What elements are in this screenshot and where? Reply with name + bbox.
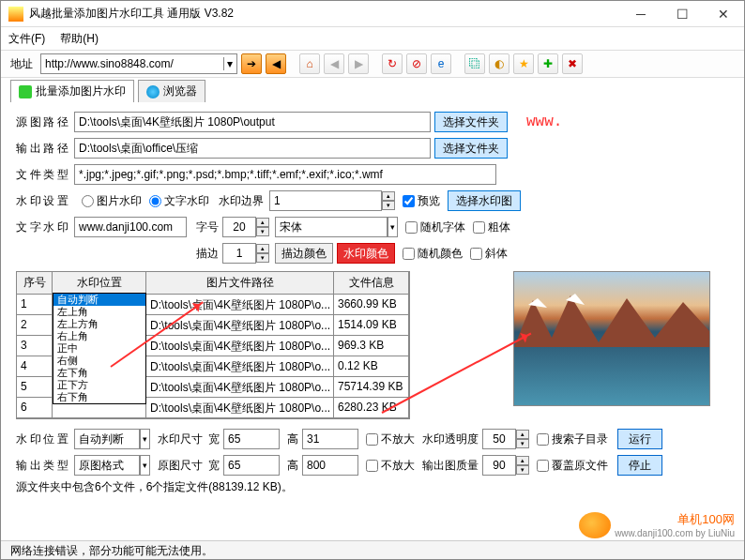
dropdown-option[interactable]: 左上角 [53,306,145,318]
stop-button[interactable]: 停止 [617,455,662,476]
search-subdir-checkbox[interactable] [537,433,549,446]
preview-mountains [514,291,710,347]
wm-height-input[interactable] [302,429,358,449]
minimize-button[interactable]: ─ [620,1,661,27]
no-enlarge-wm-checkbox[interactable] [366,433,378,446]
menubar: 文件(F) 帮助(H) [1,27,744,50]
random-font-checkbox[interactable] [405,221,418,234]
italic-checkbox[interactable] [470,248,482,260]
out-type-select[interactable] [74,455,140,476]
quality-input[interactable] [482,455,516,476]
cell-path: D:\tools\桌面\4K壁纸图片 1080P\o... [146,377,334,398]
dropdown-option[interactable]: 自动判断 [53,294,145,306]
src-path-label: 源图路径 [16,114,68,130]
quality-spinner[interactable]: ▴▾ [516,456,529,475]
maximize-button[interactable]: ☐ [661,1,703,27]
star-icon[interactable]: ★ [513,53,534,74]
orig-height-input[interactable] [302,455,358,476]
fontsize-spinner[interactable]: ▴▾ [256,218,269,236]
th-path: 图片文件路径 [146,272,334,295]
cell-idx: 6 [17,398,53,418]
address-input[interactable] [45,57,220,70]
address-dropdown-icon[interactable]: ▾ [223,57,233,70]
opacity-input[interactable] [482,429,516,449]
select-wm-img-button[interactable]: 选择水印图 [448,190,521,211]
brand-watermark: 单机100网 www.danji100.com by LiuNiu [579,511,735,538]
pic-wm-radio[interactable] [82,195,94,207]
text-wm-radio[interactable] [149,195,161,207]
stroke-spinner[interactable]: ▴▾ [256,244,269,263]
stop-icon[interactable]: ⊘ [406,53,427,74]
globe-icon [146,85,160,98]
tab-bar: 批量添加图片水印 浏览器 [1,78,744,104]
overwrite-checkbox[interactable] [537,460,549,472]
close-button[interactable]: ✕ [703,1,744,27]
font-select[interactable] [275,217,388,237]
dropdown-option[interactable]: 右下角 [53,391,145,403]
tab-browser[interactable]: 浏览器 [138,80,205,102]
border-spinner[interactable]: ▴▾ [382,191,395,210]
address-input-wrap[interactable]: ▾ [40,53,237,74]
home-icon[interactable]: ⌂ [299,53,320,74]
cell-info: 6280.23 KB [334,398,409,418]
position-dropdown[interactable]: 自动判断左上角左上方角右上角正中右侧左下角正下方右下角 [53,293,146,404]
dropdown-option[interactable]: 左上方角 [53,318,145,330]
wm-text-input[interactable] [74,217,187,237]
forward-icon[interactable]: ▶ [348,53,369,74]
dropdown-option[interactable]: 左下角 [53,367,145,379]
svg-marker-0 [514,295,710,347]
text-wm-label: 文字水印 [16,219,68,235]
titlebar: 风越批量添加图片水印工具 通用版 V3.82 ─ ☐ ✕ [1,1,744,27]
no-enlarge-orig-checkbox[interactable] [366,460,378,472]
font-dropdown-icon[interactable]: ▾ [388,217,398,237]
back-icon[interactable]: ◀ [324,53,344,74]
orig-width-input[interactable] [223,455,280,476]
wm-pos-label: 水印位置 [16,431,68,447]
random-color-checkbox[interactable] [403,248,415,260]
window-title: 风越批量添加图片水印工具 通用版 V3.82 [29,6,620,22]
th-position: 水印位置 [53,272,146,295]
ie-icon[interactable]: e [431,53,451,74]
file-table: 序号 水印位置 图片文件路径 文件信息 1 自动判断▾ D:\tools\桌面\… [16,271,410,419]
copy-icon[interactable]: ⿻ [464,53,485,74]
opacity-spinner[interactable]: ▴▾ [516,430,529,448]
out-path-input[interactable] [74,138,431,159]
filetype-input[interactable] [74,164,496,185]
dropdown-option[interactable]: 右侧 [53,355,145,367]
wm-width-input[interactable] [223,429,280,449]
wm-pos-select[interactable] [74,429,140,449]
stroke-color-button[interactable]: 描边颜色 [275,243,333,264]
cell-idx: 4 [17,356,53,377]
dropdown-option[interactable]: 正下方 [53,379,145,391]
cell-info: 969.3 KB [334,336,409,356]
del-fav-icon[interactable]: ✖ [562,53,583,74]
tab-watermark[interactable]: 批量添加图片水印 [10,80,134,102]
run-button[interactable]: 运行 [617,429,662,449]
src-path-input[interactable] [74,112,431,132]
go-icon[interactable]: ➔ [241,53,262,74]
select-out-folder-button[interactable]: 选择文件夹 [434,138,508,159]
summary-text: 源文件夹中包含6个文件，6个指定文件(88139.12 KB)。 [16,479,729,495]
brand-icon [579,512,611,538]
out-type-drop-icon[interactable]: ▾ [140,455,150,476]
wm-pos-drop-icon[interactable]: ▾ [140,429,150,449]
out-path-label: 输出路径 [16,141,68,157]
stroke-label: 描边 [196,246,219,262]
filetype-label: 文件类型 [16,167,68,183]
menu-help[interactable]: 帮助(H) [60,31,99,47]
wm-border-input[interactable] [269,190,382,211]
fontsize-input[interactable] [222,217,256,237]
add-fav-icon[interactable]: ✚ [538,53,558,74]
wm-color-button[interactable]: 水印颜色 [337,243,395,264]
dropdown-option[interactable]: 右上角 [53,330,145,342]
refresh-icon[interactable]: ↻ [382,53,403,74]
back-orange-icon[interactable]: ◀ [266,53,286,74]
preview-checkbox[interactable] [403,195,415,207]
paint-icon[interactable]: ◐ [489,53,509,74]
cell-info: 1514.09 KB [334,315,409,336]
preview-image [513,271,710,406]
select-src-folder-button[interactable]: 选择文件夹 [434,112,508,132]
bold-checkbox[interactable] [473,221,485,234]
menu-file[interactable]: 文件(F) [8,31,45,47]
stroke-input[interactable] [222,243,256,264]
